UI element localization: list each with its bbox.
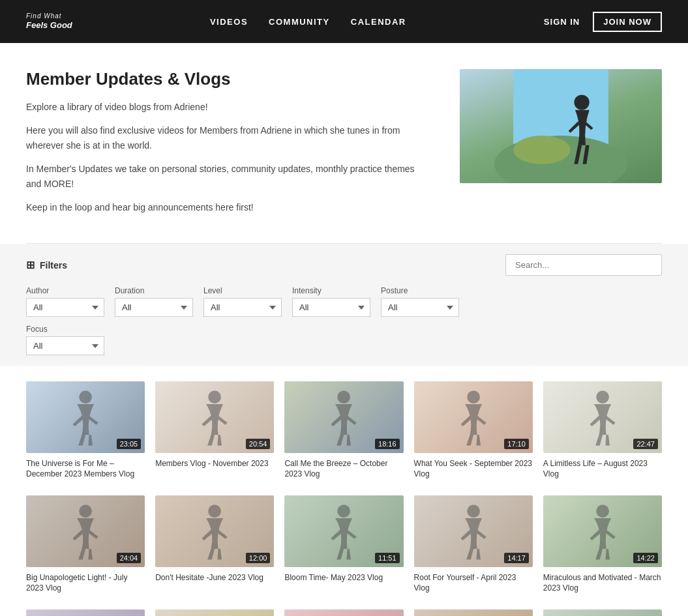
filter-row2: Focus All [26, 325, 662, 355]
svg-point-6 [338, 391, 351, 404]
thumbnail-image [284, 609, 403, 616]
svg-point-11 [338, 505, 351, 518]
level-label: Level [203, 286, 282, 295]
video-duration: 22:47 [633, 439, 658, 449]
video-title: Bloom Time- May 2023 Vlog [284, 572, 403, 583]
video-title: Root For Yourself - April 2023 Vlog [414, 572, 533, 594]
svg-point-2 [513, 136, 571, 164]
filter-focus: Focus All [26, 325, 104, 355]
video-duration: 20:54 [246, 439, 271, 449]
video-thumbnail: 18:16 [284, 381, 403, 452]
focus-select[interactable]: All [26, 336, 104, 355]
hero-section: Member Updates & Vlogs Explore a library… [0, 43, 688, 243]
filter-intensity: Intensity All [292, 286, 370, 317]
video-thumbnail: 16:25 [284, 609, 403, 616]
hero-para3: In Member's Updates we take on personal … [26, 162, 417, 191]
video-grid: 23:05 The Universe is For Me – December … [0, 366, 688, 616]
filter-label: ⊞ Filters [26, 259, 67, 271]
nav-auth: SIGN IN JOIN NOW [544, 12, 662, 32]
level-select[interactable]: All [203, 298, 282, 317]
author-select[interactable]: All [26, 298, 104, 317]
video-title: Don't Hesitate -June 2023 Vlog [155, 572, 274, 583]
filter-section: ⊞ Filters Author All Duration All Level … [0, 244, 688, 366]
sign-in-link[interactable]: SIGN IN [544, 17, 580, 27]
video-thumbnail: 16:29 [26, 609, 145, 616]
hero-para4: Keep in the loop and hear big announceme… [26, 200, 417, 214]
posture-label: Posture [381, 286, 459, 295]
video-duration: 11:51 [375, 553, 400, 563]
video-card[interactable]: 11:51 Bloom Time- May 2023 Vlog [284, 495, 403, 594]
thumbnail-image [26, 609, 145, 616]
intensity-label: Intensity [292, 286, 370, 295]
video-card[interactable]: 24:04 Big Unapologetic Light! - July 202… [26, 495, 145, 594]
svg-point-7 [467, 391, 480, 404]
video-card[interactable]: 18:16 Call Me the Breeze – October 2023 … [284, 381, 403, 480]
duration-select[interactable]: All [115, 298, 193, 317]
svg-point-8 [596, 391, 609, 404]
video-duration: 14:22 [633, 553, 658, 563]
join-now-button[interactable]: JOIN NOW [593, 12, 662, 32]
video-card[interactable]: 16:25 Tis the season! – Dec '22 Vlog [284, 609, 403, 616]
thumbnail-image [543, 609, 662, 616]
svg-point-12 [467, 505, 480, 518]
video-thumbnail: 12:00 [155, 495, 274, 566]
video-thumbnail: 20:54 [155, 381, 274, 452]
video-thumbnail: 24:04 [26, 495, 145, 566]
logo-line1: Find What [26, 12, 72, 20]
video-thumbnail: 12:02 [414, 609, 533, 616]
nav-videos[interactable]: VIDEOS [210, 17, 248, 27]
filter-author: Author All [26, 286, 104, 317]
hero-text: Member Updates & Vlogs Explore a library… [26, 69, 417, 224]
video-row-3: 16:29 Love Will See Us Through – Feb – 2… [26, 609, 662, 616]
video-thumbnail: 23:05 [26, 381, 145, 452]
video-title: Big Unapologetic Light! - July 2023 Vlog [26, 572, 145, 594]
video-card[interactable]: 14:17 Root For Yourself - April 2023 Vlo… [414, 495, 533, 594]
filter-text: Filters [40, 260, 67, 271]
focus-label: Focus [26, 325, 104, 334]
nav-community[interactable]: COMMUNITY [269, 17, 330, 27]
video-card[interactable]: 17:10 What You Seek - September 2023 Vlo… [414, 381, 533, 480]
hero-para1: Explore a library of video blogs from Ad… [26, 100, 417, 114]
hero-para2: Here you will also find exclusive videos… [26, 123, 417, 153]
video-duration: 14:17 [504, 553, 529, 563]
page-title: Member Updates & Vlogs [26, 69, 417, 89]
video-title: The Universe is For Me – December 2023 M… [26, 458, 145, 480]
logo[interactable]: Find What Feels Good [26, 12, 72, 31]
video-card[interactable]: 12:02 Don't hate, meditate, feel great –… [414, 609, 533, 616]
video-card[interactable]: 14:37 Up For A Playdate? Oct '22 Vlog [543, 609, 662, 616]
video-duration: 23:05 [117, 439, 142, 449]
filter-duration: Duration All [115, 286, 193, 317]
video-card[interactable]: 20:54 Members Vlog - November 2023 [155, 381, 274, 480]
posture-select[interactable]: All [381, 298, 459, 317]
thumbnail-image [155, 609, 274, 616]
svg-point-3 [574, 95, 589, 110]
video-thumbnail: 22:47 [543, 381, 662, 452]
video-title: What You Seek - September 2023 Vlog [414, 458, 533, 480]
thumbnail-image [414, 609, 533, 616]
nav-links: VIDEOS COMMUNITY CALENDAR [210, 17, 406, 27]
video-card[interactable]: 17:12 First Vlog of 2023! [155, 609, 274, 616]
search-input[interactable] [505, 254, 662, 276]
svg-point-10 [208, 505, 221, 518]
video-card[interactable]: 16:29 Love Will See Us Through – Feb – 2… [26, 609, 145, 616]
video-thumbnail: 17:12 [155, 609, 274, 616]
filter-icon: ⊞ [26, 259, 35, 271]
video-card[interactable]: 14:22 Miraculous and Motivated - March 2… [543, 495, 662, 594]
filter-level: Level All [203, 286, 282, 317]
svg-point-13 [596, 505, 609, 518]
logo-line2: Feels Good [26, 20, 72, 30]
filter-posture: Posture All [381, 286, 459, 317]
intensity-select[interactable]: All [292, 298, 370, 317]
video-title: A Limitless Life – August 2023 Vlog [543, 458, 662, 480]
video-card[interactable]: 22:47 A Limitless Life – August 2023 Vlo… [543, 381, 662, 480]
filter-dropdowns: Author All Duration All Level All Intens… [26, 286, 662, 317]
video-thumbnail: 14:22 [543, 495, 662, 566]
video-title: Members Vlog - November 2023 [155, 458, 274, 469]
video-row-1: 23:05 The Universe is For Me – December … [26, 381, 662, 480]
nav-calendar[interactable]: CALENDAR [351, 17, 406, 27]
video-duration: 12:00 [246, 553, 271, 563]
svg-point-9 [79, 505, 92, 518]
video-card[interactable]: 23:05 The Universe is For Me – December … [26, 381, 145, 480]
video-title: Call Me the Breeze – October 2023 Vlog [284, 458, 403, 480]
video-card[interactable]: 12:00 Don't Hesitate -June 2023 Vlog [155, 495, 274, 594]
